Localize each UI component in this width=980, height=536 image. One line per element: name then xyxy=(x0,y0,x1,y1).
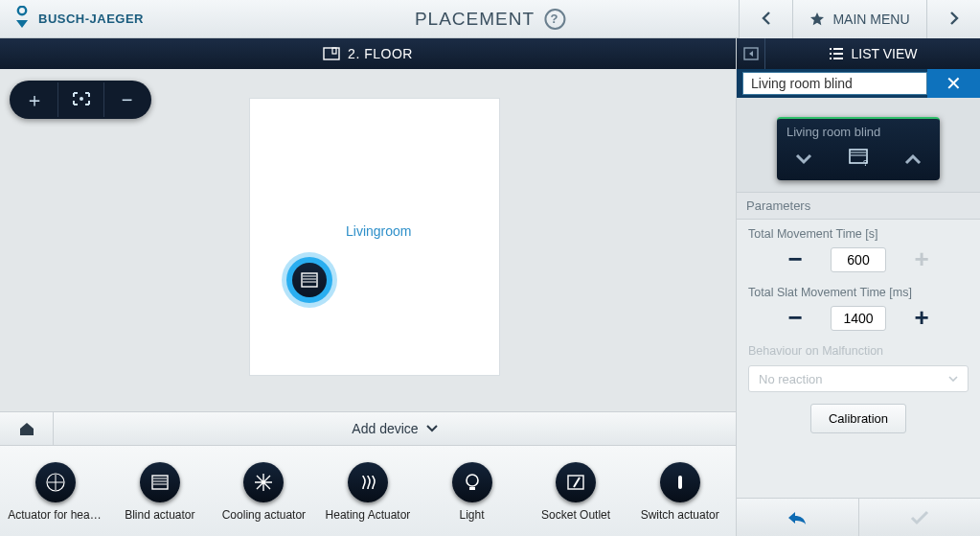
calibration-button[interactable]: Calibration xyxy=(810,404,906,433)
page-title: PLACEMENT xyxy=(415,9,535,30)
param-slat-time-label: Total Slat Movement Time [ms] xyxy=(748,286,969,299)
brand-text: BUSCH-JAEGER xyxy=(38,12,144,26)
home-button[interactable] xyxy=(0,411,54,446)
slat-time-decrease[interactable]: − xyxy=(781,303,809,333)
palette-heating-actuator[interactable]: Heating Actuator xyxy=(320,462,416,522)
svg-rect-4 xyxy=(302,273,317,287)
svg-rect-2 xyxy=(332,48,336,54)
malfunction-select[interactable]: No reaction xyxy=(748,365,969,392)
panel-collapse-button[interactable] xyxy=(737,38,765,69)
palette-blind-actuator[interactable]: Blind actuator xyxy=(112,462,208,522)
device-down-button[interactable] xyxy=(794,149,813,171)
search-clear-button[interactable]: ✕ xyxy=(927,69,980,98)
palette-label: Socket Outlet xyxy=(541,508,610,522)
help-icon[interactable]: ? xyxy=(544,9,565,30)
palette-label: Light xyxy=(460,508,485,522)
chevron-down-icon xyxy=(948,376,958,382)
zoom-out-button[interactable]: − xyxy=(103,82,149,117)
palette-socket-outlet[interactable]: Socket Outlet xyxy=(528,462,624,522)
add-device-label: Add device xyxy=(352,421,418,436)
zoom-cluster: ＋ − xyxy=(10,81,151,119)
palette-label: Switch actuator xyxy=(641,508,719,522)
svg-point-0 xyxy=(18,7,26,14)
brand-logo-icon xyxy=(13,6,31,32)
palette-switch-actuator[interactable]: Switch actuator xyxy=(632,462,728,522)
param-malfunction-label: Behaviour on Malfunction xyxy=(748,344,969,358)
palette-label: Cooling actuator xyxy=(222,508,306,522)
svg-rect-6 xyxy=(152,476,168,489)
zoom-in-button[interactable]: ＋ xyxy=(11,82,57,117)
svg-rect-8 xyxy=(469,487,475,490)
room-rect[interactable]: Livingroom xyxy=(249,98,500,376)
home-icon xyxy=(18,421,35,436)
slat-time-input[interactable] xyxy=(831,306,886,331)
chevron-down-icon xyxy=(426,425,438,432)
list-view-toggle[interactable]: LIST VIEW xyxy=(765,46,980,61)
nav-prev-button[interactable] xyxy=(739,0,792,38)
undo-button[interactable] xyxy=(737,499,858,536)
svg-rect-1 xyxy=(324,48,339,59)
slat-time-increase[interactable]: + xyxy=(907,303,936,333)
device-up-button[interactable] xyxy=(903,149,923,171)
zoom-fit-button[interactable] xyxy=(57,82,103,117)
socket-icon xyxy=(566,474,585,491)
selected-device-card[interactable]: Living room blind ? xyxy=(777,117,940,180)
nav-next-button[interactable] xyxy=(926,0,980,38)
palette-label: Heating Actuator xyxy=(326,508,411,522)
floor-icon xyxy=(323,47,340,60)
svg-text:?: ? xyxy=(863,158,868,167)
device-card-name: Living room blind xyxy=(777,119,940,139)
movement-time-increase[interactable]: + xyxy=(907,245,936,274)
heat-cool-icon xyxy=(45,472,66,493)
device-type-icon: ? xyxy=(848,148,869,172)
palette-label: Blind actuator xyxy=(125,508,194,522)
main-menu-button[interactable]: MAIN MENU xyxy=(792,0,926,38)
add-device-dropdown[interactable]: Add device xyxy=(54,421,736,436)
blind-icon xyxy=(300,271,319,289)
list-icon xyxy=(829,48,844,59)
room-label: Livingroom xyxy=(346,223,411,239)
parameters-header: Parameters xyxy=(737,192,980,220)
param-movement-time-label: Total Movement Time [s] xyxy=(748,227,969,241)
floor-label: 2. FLOOR xyxy=(348,46,413,61)
bulb-icon xyxy=(464,473,481,492)
list-view-label: LIST VIEW xyxy=(852,46,918,61)
main-menu-label: MAIN MENU xyxy=(832,12,909,27)
palette-actuator-heating-cooling[interactable]: Actuator for heati… xyxy=(8,462,103,522)
movement-time-input[interactable] xyxy=(831,247,886,272)
svg-point-3 xyxy=(80,97,83,101)
star-icon xyxy=(809,12,825,27)
device-search-input[interactable] xyxy=(742,72,927,95)
switch-icon xyxy=(672,473,689,492)
snowflake-icon xyxy=(253,472,274,493)
floor-bar[interactable]: 2. FLOOR xyxy=(0,38,736,69)
palette-label: Actuator for heati… xyxy=(8,508,103,522)
palette-light[interactable]: Light xyxy=(424,462,520,522)
placed-device-blind[interactable] xyxy=(286,257,332,303)
svg-point-7 xyxy=(467,475,478,486)
floorplan-canvas[interactable]: ＋ − Livingroom xyxy=(0,69,736,411)
heat-icon xyxy=(357,472,378,493)
svg-rect-10 xyxy=(678,476,682,489)
blind-icon xyxy=(150,474,170,491)
movement-time-decrease[interactable]: − xyxy=(781,245,809,274)
palette-cooling-actuator[interactable]: Cooling actuator xyxy=(216,462,311,522)
malfunction-value: No reaction xyxy=(759,372,822,386)
confirm-button xyxy=(858,499,981,536)
brand-logo: BUSCH-JAEGER xyxy=(0,6,144,32)
